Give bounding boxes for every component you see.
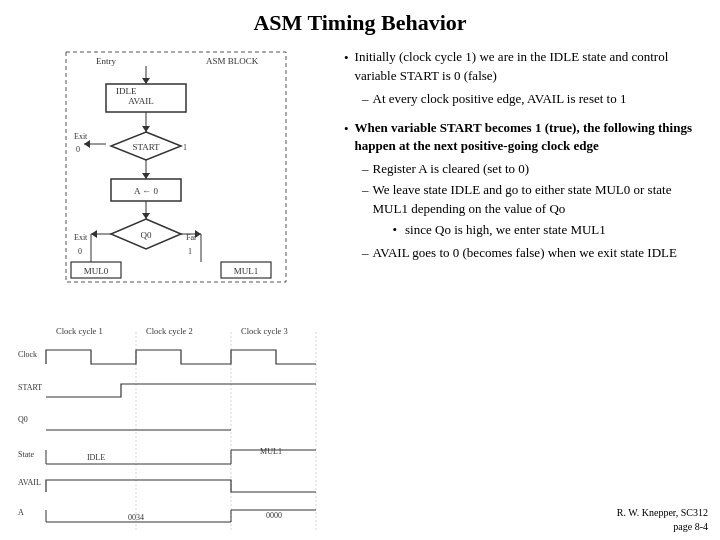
right-panel: • Initially (clock cycle 1) we are in th… [336,44,704,524]
sub-dash-1-1: – [362,90,369,109]
start-diamond-label: START [132,142,160,152]
sub-item-1-1: – At every clock positive edge, AVAIL is… [362,90,704,109]
one-label: 1 [183,143,187,152]
sub-text-1-1: At every clock positive edge, AVAIL is r… [373,90,627,109]
bullet-dot-1: • [344,49,349,86]
bullet-2-text: When variable START becomes 1 (true), th… [355,119,704,157]
sub-text-2-2: We leave state IDLE and go to either sta… [373,182,672,216]
svg-marker-7 [84,140,90,148]
footer-line2: page 8-4 [617,520,708,534]
sub-sub-text-2-2-1: since Qo is high, we enter state MUL1 [405,221,606,240]
avail-label: AVAIL [128,96,154,106]
sub-text-2-3: AVAIL goes to 0 (becomes false) when we … [373,244,677,263]
clock-label: Clock [18,350,37,359]
sub-item-2-3: – AVAIL goes to 0 (becomes false) when w… [362,244,704,263]
zero-label: 0 [76,145,80,154]
asm-diagram: Entry ASM BLOCK IDLE AVAIL Exit [16,44,326,314]
clock-cycle-1-label: Clock cycle 1 [56,326,103,336]
bullet-1-text: Initially (clock cycle 1) we are in the … [355,48,704,86]
svg-text:1: 1 [188,247,192,256]
footer-line1: R. W. Knepper, SC312 [617,506,708,520]
bullet-section-1: • Initially (clock cycle 1) we are in th… [344,48,704,109]
a-val1-label: 0034 [128,513,144,522]
mul0-label: MUL0 [84,266,109,276]
sub-sub-bullet-2-2-1: • [393,221,398,240]
svg-marker-18 [195,230,201,238]
sub-item-2-2-content: We leave state IDLE and go to either sta… [373,181,705,242]
clock-cycle-2-label: Clock cycle 2 [146,326,193,336]
mul1-label: MUL1 [234,266,259,276]
a-val2-label: 0000 [266,511,282,520]
svg-text:0: 0 [78,247,82,256]
svg-marker-10 [142,173,150,179]
page-title: ASM Timing Behavior [16,10,704,36]
exit-label: Exit [74,132,88,141]
asm-block-label: ASM BLOCK [206,56,259,66]
sub-dash-2-3: – [362,244,369,263]
start-wave-label: START [18,383,42,392]
avail-wave-label: AVAIL [18,478,41,487]
bullet-1-sublist: – At every clock positive edge, AVAIL is… [362,90,704,109]
svg-marker-5 [142,126,150,132]
sub-dash-2-2: – [362,181,369,242]
svg-rect-0 [66,52,286,282]
a-wave-label: A [18,508,24,517]
bullet-1-header: • Initially (clock cycle 1) we are in th… [344,48,704,86]
idle-state-label: IDLE [87,453,105,462]
left-panel: Entry ASM BLOCK IDLE AVAIL Exit [16,44,326,524]
bullet-section-2: • When variable START becomes 1 (true), … [344,119,704,263]
sub-sub-item-2-2-1: • since Qo is high, we enter state MUL1 [393,221,705,240]
clock-cycle-3-label: Clock cycle 3 [241,326,288,336]
state-wave-label: State [18,450,34,459]
sub-sub-list-2-2: • since Qo is high, we enter state MUL1 [393,221,705,240]
bullet-2-sublist: – Register A is cleared (set to 0) – We … [362,160,704,262]
a-assign-label: A ← 0 [134,186,159,196]
mul1-state-label: MUL1 [260,447,282,456]
q0-diamond-label: Q0 [141,230,152,240]
idle-label: IDLE [116,86,137,96]
page: ASM Timing Behavior Entry ASM BLOCK IDLE [0,0,720,540]
sub-item-2-1: – Register A is cleared (set to 0) [362,160,704,179]
sub-item-2-2: – We leave state IDLE and go to either s… [362,181,704,242]
svg-marker-2 [142,78,150,84]
sub-dash-2-1: – [362,160,369,179]
svg-marker-13 [142,213,150,219]
exit2-label: Exit [74,233,88,242]
bullet-2-header: • When variable START becomes 1 (true), … [344,119,704,157]
footer-credit: R. W. Knepper, SC312 page 8-4 [617,506,708,534]
q0-wave-label: Q0 [18,415,28,424]
sub-text-2-1: Register A is cleared (set to 0) [373,160,530,179]
bullet-dot-2: • [344,120,349,157]
waveform: Clock cycle 1 Clock cycle 2 Clock cycle … [16,320,326,540]
content-area: Entry ASM BLOCK IDLE AVAIL Exit [16,44,704,524]
svg-marker-16 [91,230,97,238]
entry-label: Entry [96,56,116,66]
